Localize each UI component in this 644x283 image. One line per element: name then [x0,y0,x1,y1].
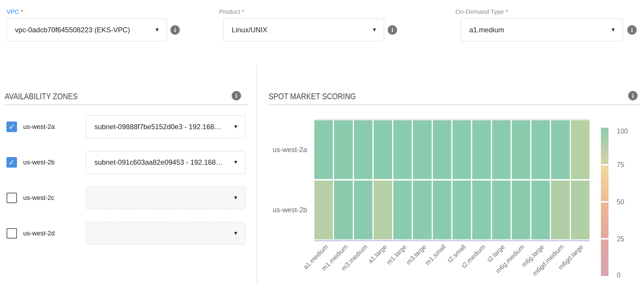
heatmap-row-label-us-west-2b: us-west-2b [273,205,307,214]
vpc-label: VPC * [6,8,23,15]
us-west-2b-subnet-select[interactable]: subnet-091c603aa82e09453 - 192.168… ▼ [86,151,245,174]
on-demand-type-label-text: On-Demand Type [455,8,504,15]
info-icon-glyph: i [235,92,237,100]
product-select-value: Linux/UNIX [232,26,267,34]
heatmap-cell-us-west-2b-m6g.medium[interactable] [512,181,530,239]
heatmap-cell-us-west-2b-t2.medium[interactable] [472,181,491,239]
colorbar-tick-50: 50 [617,198,624,206]
us-west-2c-checkbox[interactable] [6,193,17,203]
us-west-2b-checkbox[interactable]: ✓ [6,157,17,168]
heatmap-cell-us-west-2a-m6gd.large[interactable] [571,120,589,179]
subnet-select-value: subnet-09888f7be5152d0e3 - 192.168… [94,123,221,131]
heatmap-column-label-a1.large: a1.large [367,243,389,265]
heatmap-cell-us-west-2a-a1.large[interactable] [374,120,392,179]
heatmap-cell-us-west-2a-t2.large[interactable] [492,120,511,179]
heatmap-cell-us-west-2a-m6g.medium[interactable] [512,120,530,179]
on-demand-type-info-icon[interactable]: i [627,25,637,35]
heatmap-cell-us-west-2a-m1.small[interactable] [433,120,451,179]
heatmap-cell-us-west-2a-m1.large[interactable] [393,120,412,179]
info-icon-glyph: i [632,92,634,100]
heatmap-cell-us-west-2b-m3.medium[interactable] [354,181,372,239]
heatmap-column-label-m1.large: m1.large [385,243,408,266]
product-select[interactable]: Linux/UNIX ▼ [223,18,384,41]
heatmap-cell-us-west-2a-t2.medium[interactable] [472,120,491,179]
availability-zones-info-icon[interactable]: i [232,91,241,100]
heatmap-cell-us-west-2a-m6gd.medium[interactable] [551,120,570,179]
chevron-down-icon: ▼ [229,124,238,130]
spot-market-scoring-title: SPOT MARKET SCORING [269,91,375,102]
us-west-2d-checkbox[interactable] [6,228,17,239]
availability-zones-title: AVAILABILITY ZONES [5,91,94,102]
colorbar-segment-50-25 [601,203,609,238]
spot-market-scoring-divider [269,105,640,105]
info-icon-glyph: i [174,26,176,34]
us-west-2d-subnet-select[interactable]: ▼ [86,222,245,245]
heatmap-colorbar [601,128,609,276]
heatmap-cell-us-west-2b-m6gd.medium[interactable] [551,181,570,239]
us-west-2d-label: us-west-2d [23,230,55,237]
heatmap-column-label-m1.small: m1.small [424,243,448,267]
on-demand-type-select[interactable]: a1.medium ▼ [461,18,623,41]
colorbar-segment-25-0 [601,240,609,276]
vpc-info-icon[interactable]: i [170,25,180,35]
heatmap-column-labels: a1.mediumm1.mediumm3.mediuma1.largem1.la… [314,243,589,283]
product-label: Product * [219,8,244,15]
product-info-icon[interactable]: i [388,25,397,35]
heatmap-cell-us-west-2b-m1.medium[interactable] [334,181,352,239]
info-icon-glyph: i [392,26,393,34]
us-west-2c-subnet-select[interactable]: ▼ [86,186,245,209]
vpc-required-star: * [21,8,23,15]
heatmap-cell-us-west-2b-m6g.large[interactable] [531,181,550,239]
heatmap-cell-us-west-2b-m1.large[interactable] [393,181,412,239]
heatmap-cell-us-west-2a-m6g.large[interactable] [531,120,550,179]
heatmap-cell-us-west-2b-a1.large[interactable] [374,181,392,239]
chevron-down-icon: ▼ [229,195,238,201]
heatmap-x-axis-line [314,240,589,241]
us-west-2b-label: us-west-2b [23,159,55,166]
heatmap-cell-us-west-2b-t2.large[interactable] [492,181,511,239]
colorbar-tick-100: 100 [617,127,628,135]
heatmap-colorbar-ticks: 1007550250 [617,128,640,276]
vpc-label-text: VPC [6,8,19,15]
heatmap-column-label-m3.large: m3.large [405,243,428,266]
heatmap-cell-us-west-2a-m3.large[interactable] [413,120,431,179]
heatmap-grid [314,120,589,239]
on-demand-type-label: On-Demand Type * [455,8,508,15]
chevron-down-icon: ▼ [150,27,160,33]
heatmap-row-label-us-west-2a: us-west-2a [273,145,307,154]
colorbar-segment-100-75 [601,128,609,164]
subnet-select-value: subnet-091c603aa82e09453 - 192.168… [94,158,223,166]
heatmap-cell-us-west-2b-a1.medium[interactable] [314,181,333,239]
on-demand-type-select-value: a1.medium [469,26,504,34]
chevron-down-icon: ▼ [368,27,377,33]
chevron-down-icon: ▼ [229,230,238,236]
us-west-2a-subnet-select[interactable]: subnet-09888f7be5152d0e3 - 192.168… ▼ [86,115,245,138]
heatmap-cell-us-west-2a-t2.small[interactable] [453,120,471,179]
colorbar-tick-0: 0 [617,271,621,279]
colorbar-tick-75: 75 [617,161,624,169]
heatmap-cell-us-west-2b-m3.large[interactable] [413,181,431,239]
product-label-text: Product [219,8,240,15]
heatmap-cell-us-west-2b-m1.small[interactable] [433,181,451,239]
heatmap-cell-us-west-2a-m3.medium[interactable] [354,120,372,179]
on-demand-type-required-star: * [506,8,508,15]
heatmap-cell-us-west-2b-m6gd.large[interactable] [571,181,589,239]
spot-market-scoring-info-icon[interactable]: i [628,91,638,100]
heatmap-cell-us-west-2a-m1.medium[interactable] [334,120,352,179]
availability-zones-divider [5,105,248,105]
vpc-select[interactable]: vpc-0adcb70f645508223 (EKS-VPC) ▼ [6,18,167,41]
page: VPC * vpc-0adcb70f645508223 (EKS-VPC) ▼ … [0,0,644,283]
heatmap-cell-us-west-2b-t2.small[interactable] [453,181,471,239]
heatmap-cell-us-west-2a-a1.medium[interactable] [314,120,333,179]
colorbar-segment-75-50 [601,166,609,201]
chevron-down-icon: ▼ [606,27,616,33]
product-required-star: * [242,8,244,15]
us-west-2a-checkbox[interactable]: ✓ [6,122,17,132]
us-west-2a-label: us-west-2a [23,123,55,131]
heatmap-row-labels: us-west-2aus-west-2b [255,120,307,239]
colorbar-tick-25: 25 [617,235,624,243]
info-icon-glyph: i [631,26,633,34]
us-west-2c-label: us-west-2c [23,194,54,202]
vpc-select-value: vpc-0adcb70f645508223 (EKS-VPC) [15,26,130,34]
chevron-down-icon: ▼ [229,159,238,165]
